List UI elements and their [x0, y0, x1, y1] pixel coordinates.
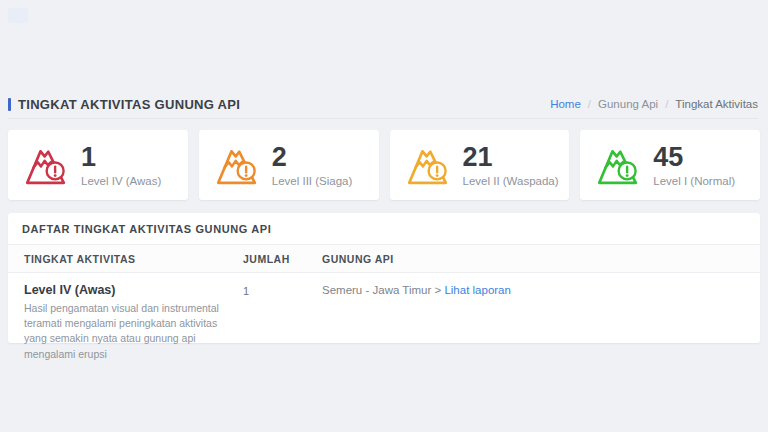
mountain-alert-icon: [405, 144, 451, 186]
breadcrumb-separator: /: [588, 98, 591, 110]
breadcrumb-gunung-api[interactable]: Gunung Api: [598, 98, 658, 110]
card-text: 1 Level IV (Awas): [81, 144, 161, 187]
lihat-laporan-link[interactable]: Lihat laporan: [444, 284, 511, 296]
card-text: 2 Level III (Siaga): [272, 144, 353, 187]
exclamation-dot: [626, 174, 629, 177]
card-level-iii-siaga[interactable]: 2 Level III (Siaga): [199, 130, 379, 200]
table-row: Level IV (Awas) Hasil pengamatan visual …: [8, 273, 760, 362]
card-count: 2: [272, 144, 353, 171]
exclamation-dot: [435, 174, 438, 177]
card-label: Level III (Siaga): [272, 175, 353, 187]
volcano-name: Semeru - Jawa Timur: [322, 284, 431, 296]
page-title-row: TINGKAT AKTIVITAS GUNUNG API Home / Gunu…: [8, 90, 758, 119]
faint-logo-placeholder: [8, 8, 28, 23]
card-level-iv-awas[interactable]: 1 Level IV (Awas): [8, 130, 188, 200]
cell-tingkat: Level IV (Awas) Hasil pengamatan visual …: [16, 283, 243, 362]
breadcrumb: Home / Gunung Api / Tingkat Aktivitas: [550, 98, 758, 110]
table-header-row: TINGKAT AKTIVITAS JUMLAH GUNUNG API: [8, 245, 760, 273]
card-label: Level I (Normal): [653, 175, 735, 187]
cell-jumlah: 1: [243, 283, 322, 297]
cell-gunung-api: Semeru - Jawa Timur > Lihat laporan: [322, 283, 752, 296]
breadcrumb-home-link[interactable]: Home: [550, 98, 581, 110]
level-summary-cards: 1 Level IV (Awas) 2 Level III (Siaga): [8, 130, 760, 200]
card-text: 45 Level I (Normal): [653, 144, 735, 187]
mountain-alert-icon: [595, 144, 641, 186]
card-label: Level II (Waspada): [463, 175, 559, 187]
card-count: 1: [81, 144, 161, 171]
page-title: TINGKAT AKTIVITAS GUNUNG API: [18, 97, 240, 112]
link-separator: >: [434, 284, 441, 296]
card-level-i-normal[interactable]: 45 Level I (Normal): [580, 130, 760, 200]
mountain-alert-icon: [214, 144, 260, 186]
activity-list-panel: DAFTAR TINGKAT AKTIVITAS GUNUNG API TING…: [8, 213, 760, 343]
panel-title: DAFTAR TINGKAT AKTIVITAS GUNUNG API: [8, 213, 760, 245]
card-count: 21: [463, 144, 559, 171]
exclamation-dot: [244, 174, 247, 177]
card-text: 21 Level II (Waspada): [463, 144, 559, 187]
level-name: Level IV (Awas): [24, 283, 243, 297]
card-label: Level IV (Awas): [81, 175, 161, 187]
level-description: Hasil pengamatan visual dan instrumental…: [24, 301, 236, 362]
card-count: 45: [653, 144, 735, 171]
col-gunung-api: GUNUNG API: [322, 253, 752, 265]
breadcrumb-separator: /: [665, 98, 668, 110]
col-jumlah: JUMLAH: [243, 253, 322, 265]
col-tingkat-aktivitas: TINGKAT AKTIVITAS: [16, 253, 243, 265]
mountain-alert-icon: [23, 144, 69, 186]
page-title-group: TINGKAT AKTIVITAS GUNUNG API: [8, 97, 240, 112]
card-level-ii-waspada[interactable]: 21 Level II (Waspada): [390, 130, 570, 200]
title-accent-bar: [8, 98, 11, 111]
exclamation-dot: [54, 174, 57, 177]
breadcrumb-current: Tingkat Aktivitas: [675, 98, 758, 110]
